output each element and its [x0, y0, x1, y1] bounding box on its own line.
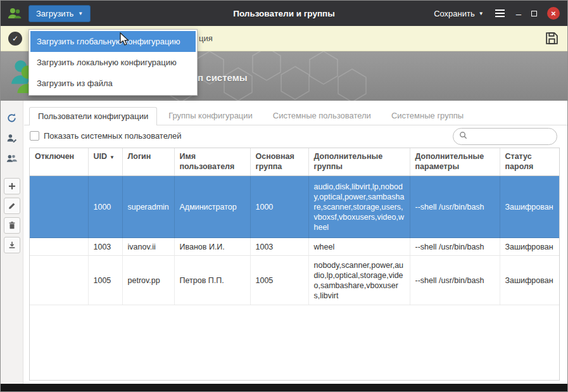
app-window: Загрузить ▼ Пользователи и группы Сохран…	[0, 0, 568, 392]
cell-disabled	[30, 176, 88, 238]
table-row[interactable]: 1000 superadmin Администратор 1000 audio…	[30, 176, 560, 238]
column-header-groups[interactable]: Дополнительные группы	[308, 148, 410, 176]
edit-user-button[interactable]	[4, 130, 20, 146]
chevron-down-icon: ▼	[479, 11, 484, 16]
column-header-primary-group[interactable]: Основная группа	[250, 148, 308, 176]
users-app-icon	[7, 6, 22, 21]
download-button[interactable]	[4, 237, 20, 253]
users-table: Отключен UID▼ Логин Имя пользователя Осн…	[30, 148, 560, 305]
restore-button[interactable]	[531, 11, 537, 16]
users-table-panel: Отключен UID▼ Логин Имя пользователя Осн…	[29, 148, 560, 381]
restore-icon	[531, 11, 537, 16]
cell-disabled	[30, 256, 88, 305]
add-button[interactable]	[4, 178, 20, 194]
cell-name: Администратор	[174, 176, 250, 238]
table-header-row: Отключен UID▼ Логин Имя пользователя Осн…	[30, 148, 560, 176]
checkbox-box[interactable]	[30, 131, 39, 141]
search-icon	[458, 130, 468, 142]
cell-primary-group: 1003	[250, 238, 308, 256]
cell-groups: nobody,scanner,power,audio,lp,optical,st…	[308, 256, 410, 305]
search-field[interactable]	[453, 128, 557, 145]
edit-button[interactable]	[4, 198, 20, 214]
menu-item-load-global-config[interactable]: Загрузить глобальную конфигурацию	[30, 31, 196, 52]
tab-system-groups[interactable]: Системные группы	[382, 106, 472, 125]
cell-params: --shell /usr/bin/bash	[410, 176, 500, 238]
cell-password-status: Зашифрован	[500, 238, 560, 256]
cell-groups: audio,disk,libvirt,lp,nobody,optical,pow…	[308, 176, 410, 238]
load-button-label: Загрузить	[36, 9, 73, 18]
column-header-disabled[interactable]: Отключен	[30, 148, 88, 176]
cell-params: --shell /usr/bin/bash	[410, 256, 500, 305]
hamburger-menu-button[interactable]	[494, 8, 506, 18]
sort-desc-icon: ▼	[110, 155, 115, 160]
load-menu: Загрузить глобальную конфигурацию Загруз…	[28, 29, 198, 96]
banner-title: пп системы	[192, 72, 248, 83]
success-check-icon: ✓	[8, 32, 22, 46]
cell-params: --shell /usr/bin/bash	[410, 238, 500, 256]
notification-message: ция	[199, 34, 213, 43]
filter-row: Показать системных пользователей	[24, 127, 567, 148]
table-row[interactable]: 1005 petrov.pp Петров П.П. 1005 nobody,s…	[30, 256, 560, 305]
column-header-login[interactable]: Логин	[122, 148, 174, 176]
cell-uid: 1000	[88, 176, 122, 238]
tab-system-users[interactable]: Системные пользователи	[264, 106, 380, 125]
cell-name: Петров П.П.	[174, 256, 250, 305]
minimize-button[interactable]: –	[516, 9, 521, 18]
load-button[interactable]: Загрузить ▼	[28, 5, 91, 22]
cell-login: ivanov.ii	[122, 238, 174, 256]
cell-uid: 1005	[88, 256, 122, 305]
cell-primary-group: 1000	[250, 176, 308, 238]
cell-login: superadmin	[122, 176, 174, 238]
cell-login: petrov.pp	[122, 256, 174, 305]
save-button[interactable]: Сохранить ▼	[434, 9, 484, 18]
delete-button[interactable]	[4, 217, 20, 234]
search-input[interactable]	[471, 132, 547, 141]
cell-uid: 1003	[88, 238, 122, 256]
titlebar: Загрузить ▼ Пользователи и группы Сохран…	[1, 1, 567, 26]
checkbox-label: Показать системных пользователей	[44, 131, 182, 141]
cell-password-status: Зашифрован	[500, 176, 560, 238]
tab-config-groups[interactable]: Группы конфигурации	[160, 106, 262, 125]
tab-config-users[interactable]: Пользователи конфигурации	[29, 107, 157, 125]
cell-password-status: Зашифрован	[500, 256, 560, 305]
column-header-params[interactable]: Дополнительные параметры	[410, 148, 500, 176]
groups-button[interactable]	[4, 150, 20, 167]
tab-bar: Пользователи конфигурации Группы конфигу…	[24, 101, 567, 125]
cell-primary-group: 1005	[250, 256, 308, 305]
cell-groups: wheel	[308, 238, 410, 256]
toolbar-sidebar	[1, 101, 23, 385]
cell-disabled	[30, 238, 88, 256]
column-header-uid[interactable]: UID▼	[88, 148, 122, 176]
cell-name: Иванов И.И.	[174, 238, 250, 256]
chevron-down-icon: ▼	[78, 11, 83, 16]
menu-item-load-local-config[interactable]: Загрузить локальную конфигурацию	[30, 52, 196, 73]
bottom-strip	[1, 384, 567, 391]
table-row[interactable]: 1003 ivanov.ii Иванов И.И. 1003 wheel --…	[30, 238, 560, 256]
save-config-icon[interactable]	[544, 30, 560, 48]
save-button-label: Сохранить	[434, 9, 475, 18]
refresh-button[interactable]	[4, 110, 20, 126]
column-header-password-status[interactable]: Статус пароля	[500, 148, 560, 176]
close-button[interactable]: ✕	[547, 7, 560, 20]
show-system-users-checkbox[interactable]: Показать системных пользователей	[30, 131, 182, 141]
column-header-name[interactable]: Имя пользователя	[174, 148, 250, 176]
main-content: Пользователи конфигурации Группы конфигу…	[24, 101, 567, 385]
menu-item-load-from-file[interactable]: Загрузить из файла	[30, 73, 196, 94]
